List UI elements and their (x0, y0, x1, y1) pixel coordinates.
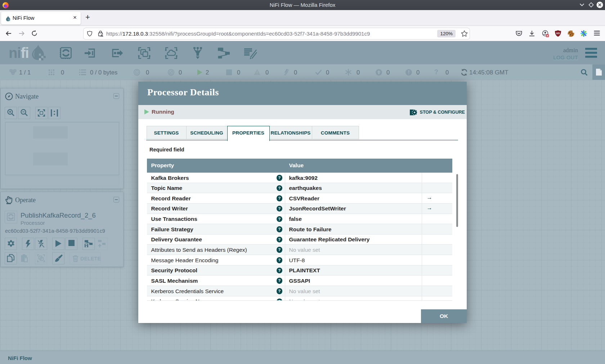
svg-text:UO: UO (556, 32, 560, 35)
